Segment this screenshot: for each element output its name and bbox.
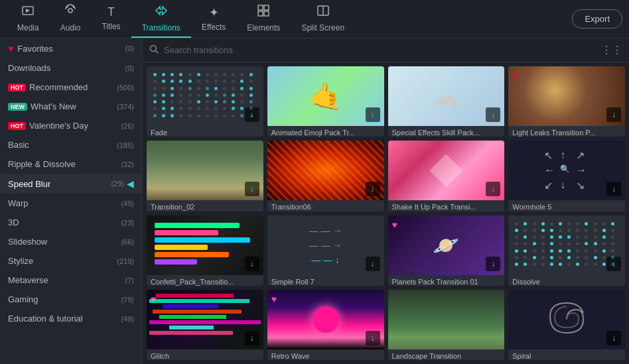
top-navigation: Media Audio T Titles Transitions ✦ Effec… (0, 0, 629, 38)
download-badge-transition02: ↓ (245, 182, 259, 196)
sidebar-item-slideshow-label: Slideshow (8, 237, 121, 247)
sidebar-item-favorites-count: (0) (125, 44, 134, 52)
sidebar-item-slideshow[interactable]: Slideshow (66) (0, 232, 142, 251)
sidebar-item-gaming-label: Gaming (8, 294, 121, 304)
sidebar-item-favorites[interactable]: ♥ Favorites (0) (0, 38, 142, 58)
sidebar-item-speed-blur-label: Speed Blur (8, 179, 111, 189)
item-name-shakeitup: Shake It Up Pack Transi... (388, 200, 505, 211)
nav-titles[interactable]: T Titles (91, 0, 131, 38)
sidebar-item-basic[interactable]: Basic (185) (0, 135, 142, 154)
download-badge-confetti: ↓ (245, 257, 259, 271)
download-badge-retro: ↓ (366, 331, 380, 345)
sidebar-item-speed-blur[interactable]: Speed Blur (29) ◀ (0, 174, 142, 194)
heart-icon: ♥ (8, 43, 13, 54)
download-badge-simpleroll7: ↓ (366, 257, 380, 271)
grid-item-transition02[interactable]: ↓ Transition_02 (147, 141, 263, 211)
grid-item-dissolve[interactable]: ↓ Dissolve (508, 215, 625, 286)
sidebar-item-3d[interactable]: 3D (23) (0, 213, 142, 232)
cloud-decoration: ☁ (433, 82, 458, 111)
grid-item-glitch[interactable]: ♥ ↓ Glitch (147, 290, 263, 360)
thumb-spiral: ↓ (508, 290, 625, 349)
item-name-wormhole5: Wormhole 5 (508, 200, 625, 211)
nav-transitions[interactable]: Transitions (131, 0, 191, 38)
search-icon (149, 44, 159, 56)
nav-transitions-label: Transitions (142, 23, 180, 32)
audio-icon (64, 4, 77, 21)
grid-item-wormhole5[interactable]: ↖ ↑ ↗ ← 🔍 → ↙ ↓ ↘ ↓ Wormhole 5 (508, 141, 625, 211)
grid-item-fade[interactable]: // We'll generate dots via JS inline bel… (147, 66, 263, 137)
svg-rect-5 (264, 11, 269, 16)
thumb-landscape2 (388, 290, 505, 349)
sidebar-item-downloads[interactable]: Downloads (0) (0, 58, 142, 78)
thumb-glitch: ♥ ↓ (147, 290, 263, 349)
sidebar-item-warp-count: (49) (121, 200, 134, 208)
sidebar-item-gaming[interactable]: Gaming (79) (0, 290, 142, 309)
download-badge-shakeitup: ↓ (486, 182, 500, 196)
export-button[interactable]: Export (572, 9, 622, 29)
transitions-grid: // We'll generate dots via JS inline bel… (143, 62, 629, 364)
thumb-simpleroll: — — → — — → — — ↓ ↓ (267, 215, 384, 275)
item-name-transition06: Transition06 (267, 200, 384, 211)
item-name-glitch: Glitch (147, 349, 263, 360)
nav-media[interactable]: Media (7, 0, 50, 38)
emoji-decoration: 🤙 (309, 81, 342, 112)
sidebar-item-whats-new[interactable]: NEW What's New (374) (0, 97, 142, 116)
search-input[interactable] (164, 45, 596, 55)
download-badge-wormhole5: ↓ (606, 182, 621, 196)
grid-item-shakeitup[interactable]: ↓ Shake It Up Pack Transi... (388, 141, 505, 211)
sidebar-item-warp[interactable]: Warp (49) (0, 194, 142, 213)
titles-icon: T (107, 5, 115, 19)
grid-item-simpleroll7[interactable]: — — → — — → — — ↓ ↓ Simple Roll 7 (267, 215, 384, 286)
sidebar-item-recommended-count: (500) (117, 84, 134, 91)
nav-effects[interactable]: ✦ Effects (191, 0, 236, 38)
grid-item-special[interactable]: ☁ ↓ Special Effects Skill Pack... (388, 66, 505, 137)
item-name-transition02: Transition_02 (147, 200, 263, 211)
download-badge-planets: ↓ (486, 257, 500, 271)
planet-decoration: 🪐 (433, 233, 459, 258)
sidebar-item-3d-count: (23) (121, 219, 134, 227)
item-name-dissolve: Dissolve (508, 275, 625, 286)
thumb-dissolve: ↓ (508, 215, 625, 275)
sidebar-item-basic-label: Basic (8, 140, 117, 150)
nav-split-screen[interactable]: Split Screen (291, 0, 355, 38)
nav-audio[interactable]: Audio (50, 0, 92, 38)
item-name-fade: Fade (147, 126, 263, 137)
download-badge-transition06: ↓ (366, 182, 380, 196)
grid-item-spiral[interactable]: ↓ Spiral (508, 290, 625, 360)
thumb-confetti: ↓ (147, 215, 263, 275)
grid-item-landscape2[interactable]: Landscape Transition (388, 290, 505, 360)
download-badge: ↓ (245, 107, 259, 122)
sidebar-item-recommended[interactable]: HOT Recommended (500) (0, 78, 142, 97)
hot-badge: HOT (8, 84, 26, 91)
sidebar-item-ripple-label: Ripple & Dissolve (8, 159, 121, 169)
grid-view-icon[interactable]: ⋮⋮ (601, 44, 622, 56)
sidebar-item-valentines[interactable]: HOT Valentine's Day (26) (0, 116, 142, 135)
item-name-emoji: Animated Emoji Pack Tr... (267, 126, 384, 137)
heart-icon-retro: ♥ (271, 294, 277, 304)
grid-item-planets[interactable]: ♥ 🪐 ↓ Planets Pack Transition 01 (388, 215, 505, 286)
grid-item-retro[interactable]: ♥ ↓ Retro Wave (267, 290, 384, 360)
sidebar-item-ripple[interactable]: Ripple & Dissolve (32) (0, 154, 142, 174)
heart-icon-lightleaks: ♥ (512, 70, 518, 81)
sidebar-item-valentines-count: (26) (121, 122, 134, 130)
sidebar-item-downloads-label: Downloads (8, 63, 125, 73)
download-badge-special: ↓ (486, 107, 500, 122)
grid-item-emoji[interactable]: 🤙 ↓ Animated Emoji Pack Tr... (267, 66, 384, 137)
item-name-planets: Planets Pack Transition 01 (388, 275, 505, 286)
nav-elements[interactable]: Elements (236, 0, 291, 38)
svg-point-1 (68, 9, 72, 13)
grid-item-lightleaks[interactable]: ♥ ↓ Light Leaks Transition P... (508, 66, 625, 137)
sidebar-item-warp-label: Warp (8, 198, 121, 208)
grid-item-confetti[interactable]: ↓ Confetti_Pack_Transitio... (147, 215, 263, 286)
sidebar-item-stylize[interactable]: Stylize (219) (0, 251, 142, 271)
transitions-icon (155, 4, 168, 21)
sidebar-item-education[interactable]: Education & tutorial (49) (0, 309, 142, 328)
sidebar-item-whats-new-count: (374) (117, 103, 134, 111)
sidebar-item-whats-new-label: What's New (31, 101, 117, 111)
svg-rect-2 (258, 5, 263, 10)
download-badge-lightleaks: ↓ (606, 107, 621, 122)
sidebar-item-education-label: Education & tutorial (8, 314, 121, 324)
sidebar-item-metaverse[interactable]: Metaverse (7) (0, 271, 142, 290)
grid-item-transition06[interactable]: ↓ Transition06 (267, 141, 384, 211)
sidebar: ♥ Favorites (0) Downloads (0) HOT Recomm… (0, 38, 143, 364)
